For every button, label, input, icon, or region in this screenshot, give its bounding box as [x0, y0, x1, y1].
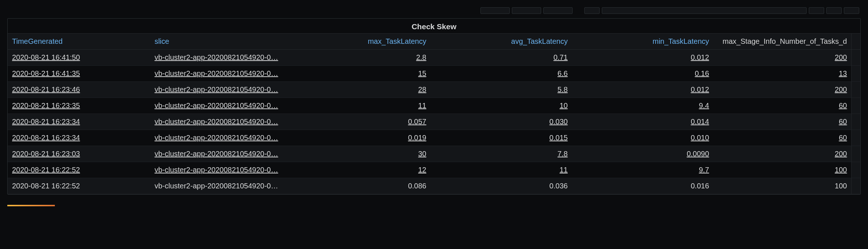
scrollbar-track[interactable] [852, 82, 860, 98]
cell-slice[interactable]: vb-cluster2-app-20200821054920-0… [150, 178, 290, 194]
cell-max-stage-tasks[interactable]: 200 [713, 146, 852, 162]
scrollbar-track[interactable] [852, 50, 860, 66]
cell-timegenerated[interactable]: 2020-08-21 16:41:35 [8, 66, 150, 82]
cell-min-tasklatency[interactable]: 0.0090 [572, 146, 714, 162]
col-header-min-tasklatency[interactable]: min_TaskLatency [572, 34, 714, 50]
refresh-button[interactable] [826, 7, 842, 14]
cell-min-tasklatency[interactable]: 0.016 [572, 178, 714, 194]
cell-min-tasklatency[interactable]: 0.012 [572, 50, 714, 66]
zoom-out-button[interactable] [809, 7, 824, 14]
cell-timegenerated[interactable]: 2020-08-21 16:41:50 [8, 50, 150, 66]
cell-avg-tasklatency[interactable]: 0.71 [431, 50, 572, 66]
table-row[interactable]: 2020-08-21 16:23:34vb-cluster2-app-20200… [8, 130, 860, 146]
cell-max-tasklatency[interactable]: 28 [289, 82, 431, 98]
cell-max-stage-tasks[interactable]: 100 [713, 178, 852, 194]
cell-slice[interactable]: vb-cluster2-app-20200821054920-0… [150, 82, 290, 98]
cell-max-tasklatency[interactable]: 0.057 [289, 114, 431, 130]
cell-timegenerated[interactable]: 2020-08-21 16:23:34 [8, 130, 150, 146]
col-header-slice[interactable]: slice [150, 34, 290, 50]
cell-slice[interactable]: vb-cluster2-app-20200821054920-0… [150, 50, 290, 66]
cell-avg-tasklatency[interactable]: 10 [431, 98, 572, 114]
cell-slice[interactable]: vb-cluster2-app-20200821054920-0… [150, 114, 290, 130]
cell-min-tasklatency[interactable]: 0.012 [572, 82, 714, 98]
panel-title: Check Skew [8, 19, 860, 33]
cell-min-tasklatency[interactable]: 9.7 [572, 162, 714, 178]
table-row[interactable]: 2020-08-21 16:41:50vb-cluster2-app-20200… [8, 50, 860, 66]
cell-avg-tasklatency[interactable]: 5.8 [431, 82, 572, 98]
scrollbar-track[interactable] [852, 162, 860, 178]
cell-timegenerated[interactable]: 2020-08-21 16:23:03 [8, 146, 150, 162]
time-range-picker[interactable] [602, 7, 807, 14]
table-row[interactable]: 2020-08-21 16:22:52vb-cluster2-app-20200… [8, 162, 860, 178]
cell-max-tasklatency[interactable]: 0.086 [289, 178, 431, 194]
cell-timegenerated[interactable]: 2020-08-21 16:22:52 [8, 178, 150, 194]
col-header-timegenerated[interactable]: TimeGenerated [8, 34, 150, 50]
cell-max-stage-tasks[interactable]: 100 [713, 162, 852, 178]
cell-min-tasklatency[interactable]: 0.014 [572, 114, 714, 130]
cell-max-tasklatency[interactable]: 2.8 [289, 50, 431, 66]
cell-max-tasklatency[interactable]: 15 [289, 66, 431, 82]
cell-max-tasklatency[interactable]: 11 [289, 98, 431, 114]
table-header-row: TimeGenerated slice max_TaskLatency avg_… [8, 34, 860, 50]
scrollbar-track[interactable] [852, 178, 860, 194]
table-row[interactable]: 2020-08-21 16:23:46vb-cluster2-app-20200… [8, 82, 860, 98]
table-row[interactable]: 2020-08-21 16:23:35vb-cluster2-app-20200… [8, 98, 860, 114]
cell-avg-tasklatency[interactable]: 11 [431, 162, 572, 178]
table-row[interactable]: 2020-08-21 16:22:52vb-cluster2-app-20200… [8, 178, 860, 194]
cell-max-stage-tasks[interactable]: 60 [713, 114, 852, 130]
toolbar-button-3[interactable] [543, 7, 573, 14]
scrollbar-track[interactable] [852, 34, 860, 50]
scrollbar-track[interactable] [852, 98, 860, 114]
scrollbar-track[interactable] [852, 66, 860, 82]
scrollbar-track[interactable] [852, 130, 860, 146]
cell-max-stage-tasks[interactable]: 200 [713, 50, 852, 66]
cell-max-stage-tasks[interactable]: 13 [713, 66, 852, 82]
cell-min-tasklatency[interactable]: 0.010 [572, 130, 714, 146]
cell-slice[interactable]: vb-cluster2-app-20200821054920-0… [150, 130, 290, 146]
cell-min-tasklatency[interactable]: 9.4 [572, 98, 714, 114]
cell-timegenerated[interactable]: 2020-08-21 16:23:34 [8, 114, 150, 130]
toolbar-button-1[interactable] [480, 7, 510, 14]
scrollbar-track[interactable] [852, 114, 860, 130]
table-row[interactable]: 2020-08-21 16:23:03vb-cluster2-app-20200… [8, 146, 860, 162]
cell-max-tasklatency[interactable]: 30 [289, 146, 431, 162]
data-table: TimeGenerated slice max_TaskLatency avg_… [8, 33, 860, 194]
cell-max-tasklatency[interactable]: 12 [289, 162, 431, 178]
cell-max-stage-tasks[interactable]: 200 [713, 82, 852, 98]
refresh-interval-button[interactable] [844, 7, 859, 14]
cell-min-tasklatency[interactable]: 0.16 [572, 66, 714, 82]
col-header-avg-tasklatency[interactable]: avg_TaskLatency [431, 34, 572, 50]
cell-slice[interactable]: vb-cluster2-app-20200821054920-0… [150, 98, 290, 114]
cell-slice[interactable]: vb-cluster2-app-20200821054920-0… [150, 66, 290, 82]
cell-avg-tasklatency[interactable]: 0.030 [431, 114, 572, 130]
table-panel: Check Skew TimeGenerated slice max_TaskL… [7, 18, 861, 195]
cell-avg-tasklatency[interactable]: 0.015 [431, 130, 572, 146]
cell-max-tasklatency[interactable]: 0.019 [289, 130, 431, 146]
toolbar-button-2[interactable] [512, 7, 541, 14]
cell-slice[interactable]: vb-cluster2-app-20200821054920-0… [150, 162, 290, 178]
cell-timegenerated[interactable]: 2020-08-21 16:22:52 [8, 162, 150, 178]
col-header-max-stage-tasks[interactable]: max_Stage_Info_Number_of_Tasks_d [713, 34, 852, 50]
toolbar-button-4[interactable] [584, 7, 600, 14]
table-row[interactable]: 2020-08-21 16:23:34vb-cluster2-app-20200… [8, 114, 860, 130]
scrollbar-track[interactable] [852, 146, 860, 162]
col-header-max-tasklatency[interactable]: max_TaskLatency [289, 34, 431, 50]
toolbar [7, 7, 861, 14]
cell-max-stage-tasks[interactable]: 60 [713, 98, 852, 114]
cell-slice[interactable]: vb-cluster2-app-20200821054920-0… [150, 146, 290, 162]
cell-timegenerated[interactable]: 2020-08-21 16:23:35 [8, 98, 150, 114]
cell-avg-tasklatency[interactable]: 7.8 [431, 146, 572, 162]
cell-max-stage-tasks[interactable]: 60 [713, 130, 852, 146]
cell-avg-tasklatency[interactable]: 6.6 [431, 66, 572, 82]
cell-timegenerated[interactable]: 2020-08-21 16:23:46 [8, 82, 150, 98]
active-tab-indicator [7, 205, 55, 206]
cell-avg-tasklatency[interactable]: 0.036 [431, 178, 572, 194]
table-row[interactable]: 2020-08-21 16:41:35vb-cluster2-app-20200… [8, 66, 860, 82]
